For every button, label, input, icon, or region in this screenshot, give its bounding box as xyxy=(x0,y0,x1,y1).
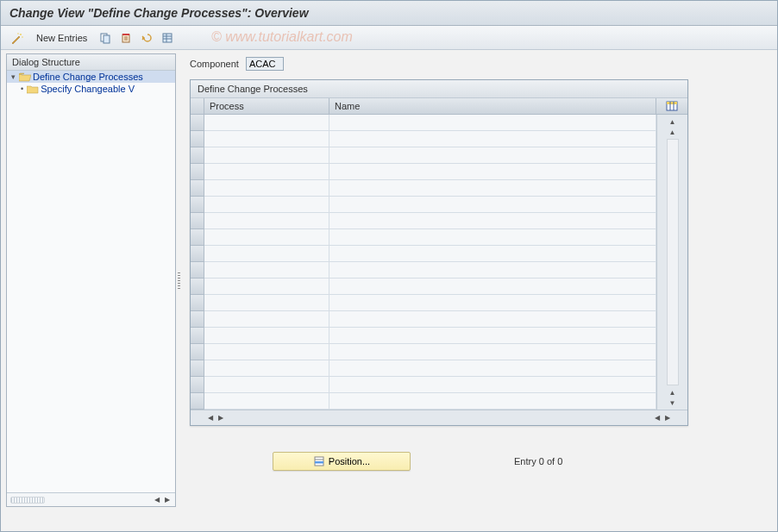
grid-cell[interactable] xyxy=(204,180,329,197)
row-selector[interactable] xyxy=(191,131,204,147)
grid-cell[interactable] xyxy=(329,115,656,131)
select-all-corner[interactable] xyxy=(191,98,204,115)
grid-cell[interactable] xyxy=(204,229,329,246)
row-selector[interactable] xyxy=(191,295,204,311)
grid-cell[interactable] xyxy=(204,262,329,279)
grid-cell[interactable] xyxy=(329,328,656,344)
grid-cell[interactable] xyxy=(204,279,329,295)
position-button[interactable]: Position... xyxy=(273,452,411,471)
row-selector[interactable] xyxy=(191,213,204,229)
delete-button[interactable] xyxy=(117,29,135,47)
grid-cell[interactable] xyxy=(329,197,656,213)
table-row[interactable] xyxy=(204,393,656,410)
grid-cell[interactable] xyxy=(204,311,329,328)
table-row[interactable] xyxy=(204,295,656,311)
column-header-name[interactable]: Name xyxy=(329,98,656,115)
component-input[interactable] xyxy=(246,57,284,71)
grid-cell[interactable] xyxy=(329,262,656,279)
grid-cell[interactable] xyxy=(329,147,656,164)
scroll-left-button[interactable]: ◀ xyxy=(153,496,161,504)
table-row[interactable] xyxy=(204,311,656,328)
grid-cell[interactable] xyxy=(329,229,656,246)
row-selector[interactable] xyxy=(191,311,204,328)
grid-cell[interactable] xyxy=(204,328,329,344)
grid-cell[interactable] xyxy=(204,115,329,131)
grid-cell[interactable] xyxy=(329,311,656,328)
row-selector[interactable] xyxy=(191,377,204,393)
scroll-track[interactable] xyxy=(667,139,679,385)
row-selector[interactable] xyxy=(191,115,204,131)
row-selector[interactable] xyxy=(191,164,204,180)
grid-cell[interactable] xyxy=(204,295,329,311)
row-selector[interactable] xyxy=(191,229,204,246)
grid-cell[interactable] xyxy=(329,164,656,180)
grid-cell[interactable] xyxy=(204,197,329,213)
scroll-down-button-alt[interactable]: ▲ xyxy=(668,387,678,397)
grid-cell[interactable] xyxy=(204,393,329,410)
table-row[interactable] xyxy=(204,377,656,393)
grid-cell[interactable] xyxy=(204,164,329,180)
grid-cell[interactable] xyxy=(204,131,329,147)
grid-cell[interactable] xyxy=(204,360,329,377)
row-selector[interactable] xyxy=(191,262,204,279)
table-row[interactable] xyxy=(204,115,656,131)
scroll-right-button[interactable]: ▶ xyxy=(163,496,172,504)
grid-cell[interactable] xyxy=(204,147,329,164)
table-row[interactable] xyxy=(204,213,656,229)
table-row[interactable] xyxy=(204,344,656,360)
row-selector[interactable] xyxy=(191,279,204,295)
grid-cell[interactable] xyxy=(329,246,656,262)
grid-cell[interactable] xyxy=(204,377,329,393)
grid-cell[interactable] xyxy=(204,246,329,262)
resize-grip-icon[interactable] xyxy=(10,497,45,504)
row-selector[interactable] xyxy=(191,180,204,197)
table-row[interactable] xyxy=(204,229,656,246)
row-selector[interactable] xyxy=(191,328,204,344)
row-selector[interactable] xyxy=(191,197,204,213)
scroll-up-button[interactable]: ▲ xyxy=(668,116,678,127)
collapse-icon[interactable]: ▾ xyxy=(9,72,17,81)
row-selector[interactable] xyxy=(191,393,204,410)
table-settings-button[interactable] xyxy=(656,98,687,115)
table-row[interactable] xyxy=(204,164,656,180)
grid-cell[interactable] xyxy=(329,213,656,229)
table-row[interactable] xyxy=(204,131,656,147)
grid-cell[interactable] xyxy=(204,344,329,360)
scroll-right-end-button[interactable]: ▶ xyxy=(663,414,672,422)
table-row[interactable] xyxy=(204,360,656,377)
table-row[interactable] xyxy=(204,197,656,213)
scroll-down-button[interactable]: ▼ xyxy=(668,397,678,408)
tree-node-specify-changeable[interactable]: • Specify Changeable V xyxy=(7,83,175,95)
tree-node-define-change-processes[interactable]: ▾ Define Change Processes xyxy=(7,71,175,83)
scroll-up-button-alt[interactable]: ▲ xyxy=(668,127,678,137)
row-selector[interactable] xyxy=(191,360,204,377)
grid-cell[interactable] xyxy=(329,360,656,377)
table-row[interactable] xyxy=(204,328,656,344)
new-entries-button[interactable]: New Entries xyxy=(30,29,93,47)
grid-cell[interactable] xyxy=(329,344,656,360)
grid-cell[interactable] xyxy=(204,213,329,229)
table-row[interactable] xyxy=(204,246,656,262)
scroll-left-button[interactable]: ◀ xyxy=(206,414,215,422)
row-selector[interactable] xyxy=(191,246,204,262)
grip-dots-icon xyxy=(178,272,180,289)
grid-cell[interactable] xyxy=(329,180,656,197)
scroll-right-button[interactable]: ▶ xyxy=(216,414,225,422)
row-selector[interactable] xyxy=(191,344,204,360)
row-selector[interactable] xyxy=(191,147,204,164)
grid-cell[interactable] xyxy=(329,393,656,410)
other-view-button[interactable] xyxy=(8,29,27,47)
copy-button[interactable] xyxy=(97,29,114,47)
grid-cell[interactable] xyxy=(329,279,656,295)
table-row[interactable] xyxy=(204,279,656,295)
undo-button[interactable] xyxy=(138,29,155,47)
scroll-left-end-button[interactable]: ◀ xyxy=(653,414,662,422)
select-all-button[interactable] xyxy=(159,29,176,47)
table-row[interactable] xyxy=(204,180,656,197)
table-row[interactable] xyxy=(204,262,656,279)
grid-cell[interactable] xyxy=(329,377,656,393)
grid-cell[interactable] xyxy=(329,295,656,311)
table-row[interactable] xyxy=(204,147,656,164)
column-header-process[interactable]: Process xyxy=(204,98,329,115)
grid-cell[interactable] xyxy=(329,131,656,147)
